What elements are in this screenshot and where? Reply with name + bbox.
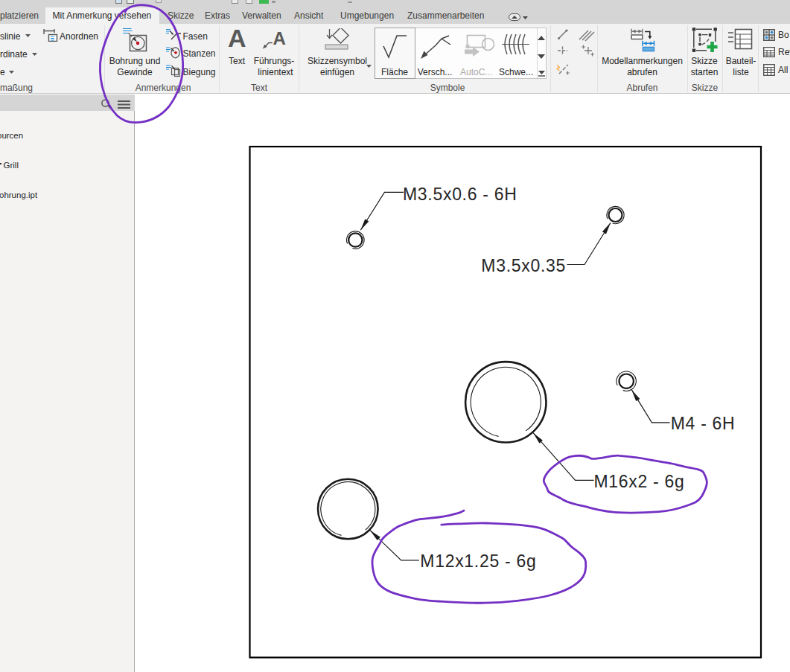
svg-text:M12x1.25 - 6g: M12x1.25 - 6g xyxy=(420,551,536,571)
svg-text:M4 - 6H: M4 - 6H xyxy=(671,414,736,433)
svg-text:M3.5x0.6 - 6H: M3.5x0.6 - 6H xyxy=(403,185,517,204)
svg-text:M16x2 - 6g: M16x2 - 6g xyxy=(594,472,685,491)
svg-text:M3.5x0.35: M3.5x0.35 xyxy=(481,256,566,275)
